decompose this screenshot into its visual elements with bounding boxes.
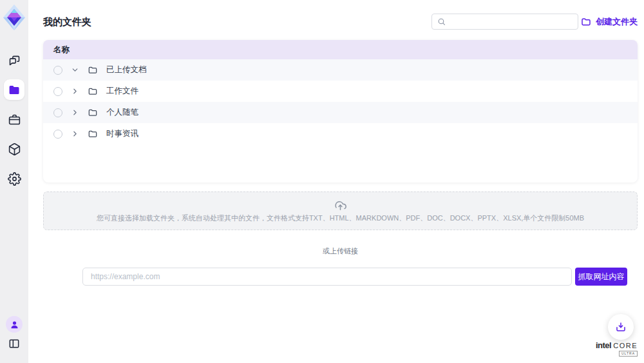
upload-dropzone[interactable]: 您可直接选择加载文件夹，系统自动处理其中的文件，文件格式支持TXT、HTML、M… bbox=[43, 191, 638, 230]
panel-toggle-button[interactable] bbox=[8, 337, 21, 350]
row-checkbox[interactable] bbox=[53, 87, 62, 96]
table-header: 名称 bbox=[43, 40, 638, 59]
cube-icon bbox=[8, 142, 21, 156]
create-folder-button[interactable]: 创建文件夹 bbox=[581, 16, 638, 28]
intel-core-logo: intel core ultra bbox=[598, 340, 638, 357]
folder-name: 个人随笔 bbox=[106, 107, 138, 118]
download-icon bbox=[615, 321, 627, 333]
chevron-down-icon[interactable] bbox=[71, 66, 79, 74]
url-input[interactable] bbox=[82, 268, 572, 286]
folder-icon bbox=[88, 86, 98, 97]
briefcase-icon bbox=[8, 113, 21, 126]
intel-wordmark: intel bbox=[596, 340, 611, 350]
table-row[interactable]: 已上传文档 bbox=[43, 59, 638, 81]
row-checkbox[interactable] bbox=[53, 66, 62, 75]
chevron-right-icon[interactable] bbox=[71, 108, 79, 117]
search-box[interactable] bbox=[431, 14, 578, 30]
table-row[interactable]: 个人随笔 bbox=[43, 102, 638, 123]
folder-table: 名称 已上传文档 工作文件 个人随笔 bbox=[43, 40, 638, 182]
search-icon bbox=[437, 17, 446, 26]
folder-icon bbox=[88, 129, 98, 139]
table-row[interactable]: 工作文件 bbox=[43, 81, 638, 102]
fetch-url-button[interactable]: 抓取网址内容 bbox=[575, 268, 627, 286]
user-avatar[interactable] bbox=[6, 316, 23, 333]
folder-icon bbox=[88, 108, 98, 118]
panel-toggle-icon bbox=[8, 337, 21, 350]
sidebar-item-models[interactable] bbox=[4, 139, 24, 159]
row-checkbox[interactable] bbox=[53, 108, 62, 117]
sidebar-item-settings[interactable] bbox=[4, 168, 24, 189]
sidebar-item-folders[interactable] bbox=[4, 79, 24, 100]
app-window: 我的文件夹 创建文件夹 名称 已上传文档 bbox=[0, 0, 644, 363]
user-icon bbox=[10, 320, 19, 329]
column-name: 名称 bbox=[53, 44, 70, 55]
search-input[interactable] bbox=[450, 17, 573, 26]
ultra-badge: ultra bbox=[619, 351, 638, 357]
link-divider-label: 或上传链接 bbox=[43, 246, 638, 256]
gear-icon bbox=[8, 172, 21, 186]
app-logo bbox=[3, 4, 26, 31]
url-upload-row: 抓取网址内容 bbox=[82, 268, 627, 286]
chevron-right-icon[interactable] bbox=[71, 130, 79, 138]
chat-icon bbox=[8, 54, 21, 67]
sidebar bbox=[0, 0, 28, 363]
sidebar-nav bbox=[4, 50, 24, 189]
folder-name: 已上传文档 bbox=[106, 64, 147, 75]
cloud-upload-icon bbox=[334, 199, 347, 212]
row-checkbox[interactable] bbox=[53, 130, 62, 139]
core-wordmark: core bbox=[613, 342, 638, 349]
sidebar-item-workspace[interactable] bbox=[4, 109, 24, 130]
download-fab-button[interactable] bbox=[608, 314, 634, 340]
upload-description: 您可直接选择加载文件夹，系统自动处理其中的文件，文件格式支持TXT、HTML、M… bbox=[97, 213, 584, 223]
folder-icon bbox=[8, 83, 21, 97]
folder-name: 时事资讯 bbox=[106, 128, 138, 139]
page-title: 我的文件夹 bbox=[43, 16, 91, 28]
folder-icon bbox=[88, 65, 98, 75]
sidebar-item-chat[interactable] bbox=[4, 50, 24, 70]
main-content: 我的文件夹 创建文件夹 名称 已上传文档 bbox=[28, 0, 644, 363]
folder-name: 工作文件 bbox=[106, 86, 138, 97]
folder-plus-icon bbox=[581, 17, 591, 27]
chevron-right-icon[interactable] bbox=[71, 87, 79, 95]
table-row[interactable]: 时事资讯 bbox=[43, 123, 638, 144]
create-folder-label: 创建文件夹 bbox=[596, 16, 638, 28]
sidebar-bottom bbox=[6, 316, 23, 350]
